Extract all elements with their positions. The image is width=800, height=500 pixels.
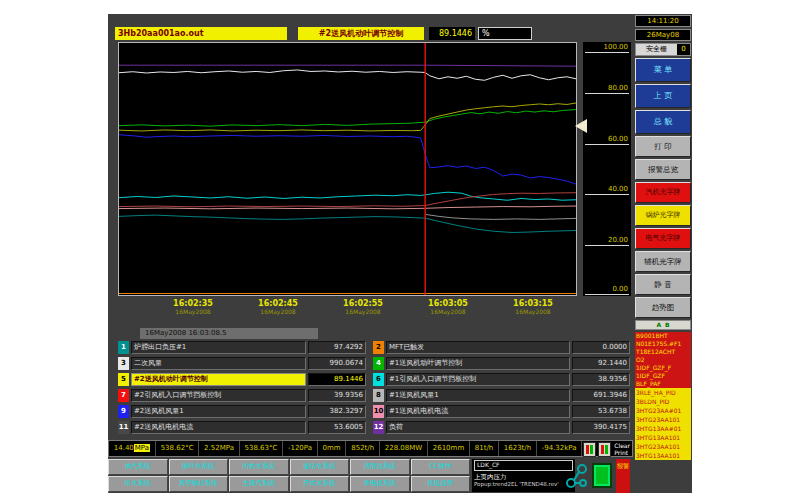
- sidebar: 14:11:20 26May08 安全栅 0 菜 单 上 页 总 貌 打 印 报…: [634, 14, 692, 493]
- alarm-tag[interactable]: 1IDF_GZF_F: [635, 364, 691, 372]
- legend-row[interactable]: 10 #1送风机电机电流 53.6738: [373, 405, 630, 418]
- clock-time: 14:11:20: [635, 15, 691, 27]
- print-button[interactable]: 打 印: [635, 136, 691, 157]
- aux-annunciator-button[interactable]: 辅机光字牌: [635, 251, 691, 272]
- x-tick: 16:02:4516May2008: [242, 299, 314, 315]
- legend-row[interactable]: 8 #1送风机风量1 691.3946: [373, 389, 630, 402]
- pen-label: #2引风机入口调节挡板控制: [131, 389, 306, 402]
- system-button[interactable]: 抽汽系统: [108, 459, 168, 475]
- legend-row[interactable]: 11 #2送风机电机电流 53.6005: [118, 421, 366, 434]
- link-nodes-icon[interactable]: [565, 461, 589, 491]
- warning-tag[interactable]: 3HTG23AA101: [635, 442, 691, 451]
- system-button[interactable]: 给水系统: [108, 476, 168, 492]
- system-button[interactable]: 闭式水系统: [229, 459, 289, 475]
- green-indicator-button[interactable]: [592, 463, 612, 488]
- turbine-annunciator-button[interactable]: 汽机光字牌: [635, 182, 691, 203]
- pen-color-badge: 2: [373, 341, 384, 354]
- system-button[interactable]: 主蒸汽系统: [229, 476, 289, 492]
- status-value: 228.08MW: [380, 441, 428, 456]
- trend-button[interactable]: 趋势图: [635, 297, 691, 318]
- electric-annunciator-button[interactable]: 电气光字牌: [635, 228, 691, 249]
- pen-color-badge: 6: [373, 373, 384, 386]
- trend-main-area: 3Hb20aa001ao.out #2送风机动叶调节控制 89.1446 % 1…: [108, 14, 633, 493]
- status-value: 1623t/h: [499, 441, 537, 456]
- legend-row[interactable]: 1 炉膛出口负压#1 97.4292: [118, 341, 366, 354]
- ab-status-indicator: AB: [635, 320, 691, 330]
- clear-print-buttons[interactable]: ClearPrint: [612, 441, 632, 456]
- pen-label: #1引风机入口调节挡板控制: [386, 373, 570, 386]
- alarm-summary-button[interactable]: 报警总览: [635, 159, 691, 180]
- overview-button[interactable]: 总 貌: [635, 110, 691, 134]
- signal-indicator-icon[interactable]: [598, 442, 611, 457]
- system-button[interactable]: 润滑油系统: [350, 459, 410, 475]
- trend-plot[interactable]: [118, 42, 577, 296]
- console-command-field[interactable]: LDK_CF: [474, 460, 573, 471]
- signal-indicator-icon[interactable]: [583, 442, 596, 457]
- alarm-tag[interactable]: N01E175S.#F1: [635, 340, 691, 348]
- mute-button[interactable]: 静 音: [635, 274, 691, 295]
- status-value: 2.52MPa: [199, 441, 239, 456]
- system-button[interactable]: CC操作: [411, 459, 471, 475]
- y-tick: 80.00: [583, 84, 631, 94]
- system-button[interactable]: 发电机系统: [350, 476, 410, 492]
- alarm-ack-strip[interactable]: 报警: [616, 459, 630, 493]
- process-status-bar: 14.40MPa 538.62°C 2.52MPa 538.63°C -120P…: [108, 440, 633, 457]
- status-main-steam-pressure: 14.40MPa: [109, 441, 156, 456]
- legend-row[interactable]: 2 MFT已触发 0.0000: [373, 341, 630, 354]
- alarm-tag[interactable]: T18E12ACHT: [635, 348, 691, 356]
- legend-row[interactable]: 12 负荷 390.4175: [373, 421, 630, 434]
- pen-label: #2送风机电机电流: [131, 421, 306, 434]
- alarm-tag[interactable]: O2: [635, 356, 691, 364]
- pen-label: 二次风量: [131, 357, 306, 370]
- status-value: 852t/h: [346, 441, 379, 456]
- value-marker-arrow-icon[interactable]: [575, 119, 587, 133]
- x-tick: 16:03:0516May2008: [412, 299, 484, 315]
- pen-color-badge: 7: [118, 389, 129, 402]
- system-button[interactable]: 机组趋势: [411, 476, 471, 492]
- warning-tag[interactable]: 3HTG23AA#01: [635, 406, 691, 415]
- safety-value: 0: [677, 44, 690, 55]
- system-button[interactable]: 真空轴封系统: [169, 476, 229, 492]
- status-value: 0mm: [318, 441, 347, 456]
- screen: 3Hb20aa001ao.out #2送风机动叶调节控制 89.1446 % 1…: [0, 0, 800, 500]
- menu-button[interactable]: 菜 单: [635, 58, 691, 82]
- warning-tag[interactable]: 3HTG23AA101: [635, 415, 691, 424]
- x-axis: 16:02:3516May2008 16:02:4516May2008 16:0…: [118, 299, 577, 323]
- selected-pen-title[interactable]: #2送风机动叶调节控制: [298, 27, 424, 40]
- legend-row-selected[interactable]: 5 #2送风机动叶调节控制 89.1446: [118, 373, 366, 386]
- system-button[interactable]: 循环水系统: [169, 459, 229, 475]
- legend-row[interactable]: 9 #2送风机风量1 382.3297: [118, 405, 366, 418]
- trend-file-name[interactable]: 3Hb20aa001ao.out: [115, 27, 287, 40]
- system-button[interactable]: 开式水系统: [290, 476, 350, 492]
- warning-tag[interactable]: 3RLE_HA_PID: [635, 388, 691, 397]
- status-value: 538.63°C: [240, 441, 283, 456]
- legend-row[interactable]: 7 #2引风机入口调节挡板控制 39.9356: [118, 389, 366, 402]
- pen-label: #1送风机动叶调节控制: [386, 357, 570, 370]
- prev-page-button[interactable]: 上 页: [635, 84, 691, 108]
- alarm-tag[interactable]: BLF_PAF: [635, 380, 691, 388]
- pen-value: 382.3297: [308, 405, 366, 418]
- legend-row[interactable]: 4 #1送风机动叶调节控制 92.1440: [373, 357, 630, 370]
- pen-value: 97.4292: [308, 341, 366, 354]
- status-value: 538.62°C: [156, 441, 199, 456]
- pen-label: #2送风机风量1: [131, 405, 306, 418]
- legend-row[interactable]: 3 二次风量 990.0674: [118, 357, 366, 370]
- system-button[interactable]: 凝结水系统: [290, 459, 350, 475]
- y-tick: 0.00: [583, 285, 631, 295]
- pen-value: 53.6738: [572, 405, 630, 418]
- alarm-tag[interactable]: B9001BHT: [635, 332, 691, 340]
- pen-value: 89.1446: [308, 373, 366, 386]
- warning-tag[interactable]: 3HTG13AA101: [635, 451, 691, 460]
- pen-value: 0.0000: [572, 341, 630, 354]
- warning-tag[interactable]: 3BLDN_PID: [635, 397, 691, 406]
- legend-row[interactable]: 6 #1引风机入口调节挡板控制 38.9356: [373, 373, 630, 386]
- pen-value: 390.4175: [572, 421, 630, 434]
- alarm-tag[interactable]: 1IDF_GZF: [635, 372, 691, 380]
- warning-tag[interactable]: 3HTG13AA101: [635, 433, 691, 442]
- status-value: -120Pa: [283, 441, 318, 456]
- y-tick: 100.00: [583, 43, 631, 53]
- pen-color-badge: 11: [118, 421, 129, 434]
- warning-tag[interactable]: 3HTG13AA#01: [635, 424, 691, 433]
- boiler-annunciator-button[interactable]: 锅炉光字牌: [635, 205, 691, 226]
- pen-color-badge: 5: [118, 373, 129, 386]
